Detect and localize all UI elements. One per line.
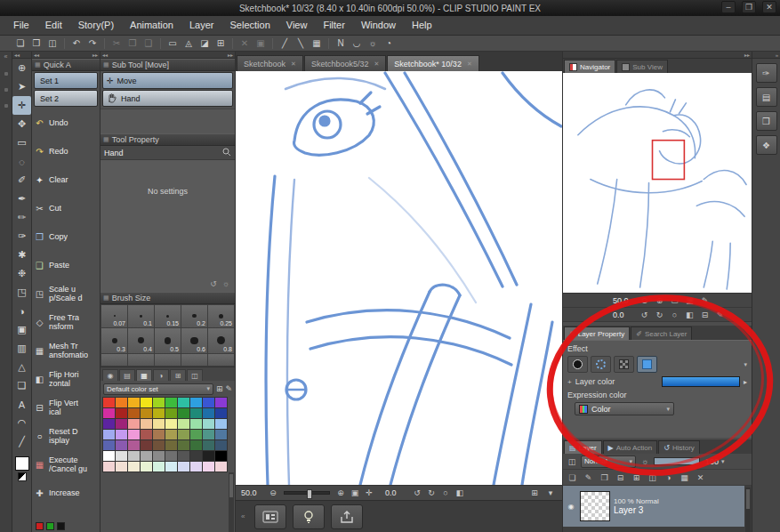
fill-icon[interactable]: ▣ [253,38,269,48]
color-swatch[interactable] [178,398,189,407]
menu-item-view[interactable]: View [278,16,316,35]
color-swatch[interactable] [128,462,140,472]
color-swatch[interactable] [190,462,202,472]
canvas-reset-rotation-button[interactable]: ○ [439,488,452,497]
effect-dropdown-icon[interactable]: ▾ [744,361,747,368]
sub-tool-item-hand[interactable]: Hand [102,90,233,107]
brush-size-cell[interactable]: 0.25 [208,305,234,327]
color-swatch[interactable] [165,440,177,450]
sub-tool-item-move[interactable]: ✛ Move [102,72,233,89]
visibility-icon[interactable]: ◉ [566,503,576,511]
brush-size-cell[interactable]: 0.4 [128,328,154,353]
color-swatch[interactable] [215,419,227,429]
color-swatch[interactable] [116,398,127,407]
brush-size-cell[interactable]: 0.3 [101,328,127,353]
canvas-rotate-left-button[interactable]: ↺ [411,488,423,497]
gradient-tool[interactable]: ▥ [12,339,31,358]
operation-tool[interactable]: ➤ [12,77,31,96]
color-swatch[interactable] [141,419,152,429]
color-wheel-tab-icon[interactable]: ◉ [102,369,118,381]
color-slider-tab-icon[interactable]: ▤ [119,369,135,381]
color-swatch[interactable] [215,430,227,439]
set-2-button[interactable]: Set 2 [34,90,98,107]
color-swatch[interactable] [203,430,214,439]
canvas[interactable] [236,71,562,485]
expand-selection-icon[interactable]: ⊞ [213,38,229,48]
brush-size-cell[interactable]: 0.07 [101,305,127,327]
sub-tool-dock[interactable]: ◂◂ ▸▸ [101,52,235,59]
color-swatch[interactable] [203,408,214,418]
light-table-icon[interactable]: ☼ [365,38,381,48]
color-swatch[interactable] [116,419,127,429]
color-swatch[interactable] [165,408,177,418]
transfer-to-lower-icon[interactable]: ⊟ [614,473,627,482]
brush-size-cell[interactable] [155,354,181,366]
nav-rotate-pencil-button[interactable]: ✎ [713,310,727,319]
canvas-bar-dropdown-icon[interactable]: ▾ [544,488,557,497]
undo-icon[interactable]: ↶ [68,38,84,48]
dock-right-icon[interactable]: ▸▸ [92,52,98,58]
nav-flip-vertical-button[interactable]: ⊟ [698,310,712,319]
tab-layer-property[interactable]: ✎ Layer Property [564,326,630,340]
pose-material-icon[interactable]: ❖ [756,135,777,155]
nav-rotate-right-button[interactable]: ↻ [653,310,666,319]
menu-item-help[interactable]: Help [404,16,440,35]
titlebar[interactable]: Sketchbook* 10/32 (8.40 x 10.40in 600dpi… [0,0,780,16]
color-swatch[interactable] [203,398,214,407]
brush-size-cell[interactable] [101,354,127,366]
maximize-button[interactable]: ❐ [742,1,756,13]
fill-tool[interactable]: ▣ [12,320,31,339]
tab-layer[interactable]: ▤Layer [564,440,602,454]
color-swatch[interactable] [103,430,115,439]
tone-effect-button[interactable] [591,356,611,373]
quick-increase[interactable]: ✚Increase [32,479,100,507]
sub-tool-header[interactable]: ▦ Sub Tool [Move] [101,59,235,71]
quick-access-dock[interactable]: ◂◂ ▸▸ [32,52,100,59]
new-vector-layer-icon[interactable]: ✎ [582,473,595,482]
color-swatch[interactable] [141,398,152,407]
cut-icon[interactable]: ✂ [109,38,125,48]
quick-redo[interactable]: ↷Redo [32,137,100,165]
dock-right-icon[interactable]: ▸▸ [744,52,750,58]
create-mask-icon[interactable]: ◫ [646,473,659,482]
color-swatch[interactable] [153,451,165,461]
snap-ruler-icon[interactable]: ╱ [277,38,293,48]
menu-item-window[interactable]: Window [353,16,404,35]
left-collapse-icon[interactable]: « [0,52,12,60]
color-swatch[interactable] [203,419,214,429]
color-swatch[interactable] [215,440,227,450]
combine-to-lower-icon[interactable]: ⊞ [630,473,643,482]
color-swatch[interactable] [190,408,202,418]
snap-special-ruler-icon[interactable]: ╲ [293,38,309,48]
canvas-fit-button[interactable]: ▣ [349,488,361,497]
color-swatch[interactable] [153,430,165,439]
vector-line-icon[interactable]: N [333,38,349,48]
decoration-tool[interactable]: ❉ [12,264,31,283]
color-swatch[interactable] [190,398,202,407]
invert-selection-icon[interactable]: ◪ [197,38,213,48]
quick-clear[interactable]: ✦Clear [32,165,100,194]
color-swatch[interactable] [128,451,140,461]
canvas-zoom-in-button[interactable]: ⊕ [334,488,347,497]
intermediate-color-tab-icon[interactable]: ⊞ [170,369,186,381]
menu-item-file[interactable]: File [5,16,37,35]
add-color-set-icon[interactable]: ⊞ [216,384,223,393]
brush-size-cell[interactable]: 0.15 [155,305,181,327]
navigator-thumbnail[interactable] [563,73,752,294]
tool-property-header[interactable]: ▦ Tool Property [101,133,235,146]
nav-fit-button[interactable]: ▭ [668,296,681,305]
quick-flip-horizontal[interactable]: ◧Flip Horizontal [32,365,100,393]
right-dock[interactable]: ▸▸ [563,52,752,59]
color-swatch[interactable] [103,408,115,418]
register-material-icon[interactable]: ▦ [678,473,691,482]
expression-color-dropdown[interactable]: Color ▾ [575,402,674,415]
figure-tool[interactable]: △ [12,358,31,376]
edit-color-set-icon[interactable]: ✎ [225,384,232,393]
image-material-icon[interactable]: ▤ [756,87,777,107]
color-swatch[interactable] [153,398,165,407]
balloon-tool[interactable]: ◠ [12,414,31,432]
dock-left-icon[interactable]: ◂◂ [14,52,20,58]
color-swatch[interactable] [116,430,127,439]
color-swatch[interactable] [116,408,127,418]
brush-size-cell[interactable]: 0.6 [181,328,207,353]
